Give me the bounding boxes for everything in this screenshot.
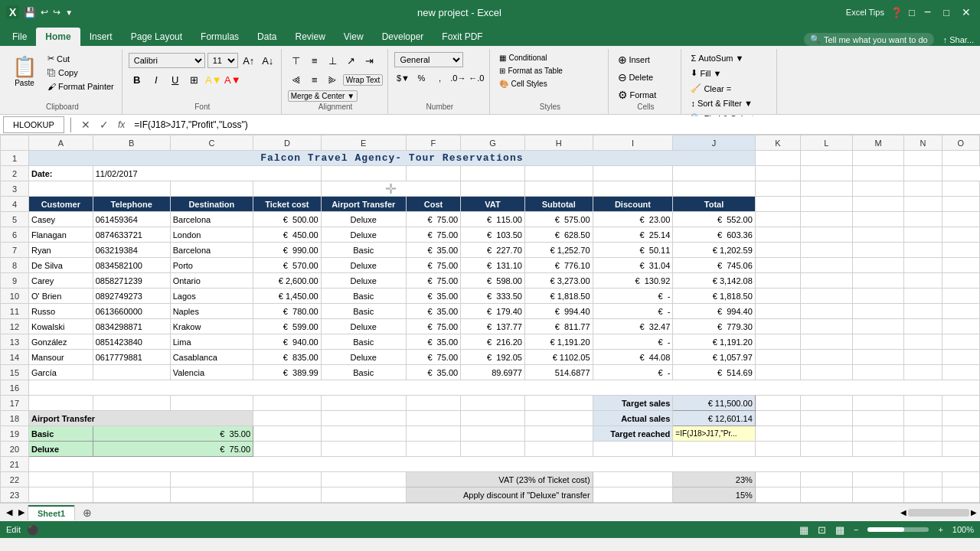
align-middle-btn[interactable]: ≡ bbox=[306, 52, 323, 69]
tell-me-search[interactable]: 🔍 Tell me what you want to do bbox=[804, 33, 934, 46]
format-cells-btn[interactable]: ⚙ Format bbox=[615, 87, 659, 103]
zoom-slider[interactable] bbox=[867, 527, 929, 532]
minimize-btn[interactable]: − bbox=[921, 5, 934, 19]
underline-btn[interactable]: U bbox=[167, 71, 184, 88]
redo-icon[interactable]: ↪ bbox=[53, 7, 60, 18]
increase-font-btn[interactable]: A↑ bbox=[240, 52, 257, 69]
conditional-formatting-btn[interactable]: ▦ Conditional bbox=[496, 52, 550, 64]
share-btn[interactable]: ↑ Shar... bbox=[943, 35, 974, 44]
date-value[interactable]: 11/02/2017 bbox=[93, 166, 321, 181]
col-header-f[interactable]: F bbox=[406, 135, 460, 151]
cancel-formula-btn[interactable]: ✕ bbox=[78, 119, 93, 131]
fill-btn[interactable]: ⬇ Fill ▼ bbox=[688, 67, 724, 80]
align-right-btn[interactable]: ⫸ bbox=[325, 71, 341, 88]
help-icon[interactable]: ❓ bbox=[890, 7, 903, 18]
close-btn[interactable]: ✕ bbox=[959, 6, 974, 18]
target-sales-value[interactable]: € 11,500.00 bbox=[673, 396, 755, 411]
page-break-view-btn[interactable]: ▩ bbox=[835, 524, 844, 536]
indent-btn[interactable]: ⇥ bbox=[361, 52, 378, 69]
quick-save-icon[interactable]: 💾 bbox=[24, 7, 36, 18]
copy-button[interactable]: ⿻ Copy bbox=[44, 67, 117, 79]
font-size-select[interactable]: 11 bbox=[207, 53, 238, 68]
align-center-btn[interactable]: ≡ bbox=[306, 71, 323, 88]
actual-sales-value[interactable]: € 12,601.14 bbox=[673, 411, 755, 426]
comma-btn[interactable]: , bbox=[431, 70, 448, 86]
merge-chevron-icon[interactable]: ▼ bbox=[347, 92, 354, 100]
cut-button[interactable]: ✂ Cut bbox=[44, 52, 117, 65]
cell-styles-btn[interactable]: 🎨 Cell Styles bbox=[496, 78, 550, 90]
orientation-btn[interactable]: ↗ bbox=[343, 52, 360, 69]
decrease-font-btn[interactable]: A↓ bbox=[260, 52, 276, 69]
format-as-table-btn[interactable]: ⊞ Format as Table bbox=[496, 65, 566, 77]
name-box[interactable] bbox=[3, 116, 64, 133]
col-header-b[interactable]: B bbox=[93, 135, 170, 151]
tab-data[interactable]: Data bbox=[248, 28, 286, 46]
spreadsheet-title[interactable]: Falcon Travel Agency- Tour Reservations bbox=[28, 151, 755, 166]
col-header-k[interactable]: K bbox=[755, 135, 800, 151]
spreadsheet-scroll[interactable]: A B C D E F G H I J K L M N O 1 Falcon T… bbox=[0, 135, 980, 503]
next-sheet-btn[interactable]: ▶ bbox=[15, 507, 28, 517]
sort-filter-btn[interactable]: ↕ Sort & Filter ▼ bbox=[688, 97, 756, 109]
font-family-select[interactable]: Calibri bbox=[129, 53, 205, 68]
deluxe-cost[interactable]: € 75.00 bbox=[93, 442, 253, 457]
tab-review[interactable]: Review bbox=[286, 28, 334, 46]
tab-home[interactable]: Home bbox=[36, 28, 80, 46]
col-header-o[interactable]: O bbox=[942, 135, 979, 151]
paste-button[interactable]: 📋 Paste bbox=[8, 52, 41, 90]
target-reached-formula[interactable]: =IF(J18>J17,"Pr... bbox=[673, 426, 755, 442]
italic-btn[interactable]: I bbox=[148, 71, 165, 88]
format-painter-button[interactable]: 🖌 Format Painter bbox=[44, 80, 117, 93]
page-layout-view-btn[interactable]: ⊡ bbox=[818, 524, 826, 536]
bold-btn[interactable]: B bbox=[129, 71, 145, 88]
wrap-text-btn[interactable]: Wrap Text bbox=[343, 74, 384, 86]
col-header-a[interactable]: A bbox=[28, 135, 93, 151]
number-format-select[interactable]: General bbox=[394, 52, 463, 67]
zoom-in-btn[interactable]: + bbox=[938, 525, 942, 534]
tab-file[interactable]: File bbox=[3, 28, 36, 46]
prev-sheet-btn[interactable]: ◀ bbox=[3, 507, 15, 517]
confirm-formula-btn[interactable]: ✓ bbox=[96, 119, 112, 131]
col-header-l[interactable]: L bbox=[800, 135, 852, 151]
tab-insert[interactable]: Insert bbox=[80, 28, 122, 46]
align-bottom-btn[interactable]: ⊥ bbox=[325, 52, 341, 69]
col-header-d[interactable]: D bbox=[253, 135, 322, 151]
decrease-decimal-btn[interactable]: ←.0 bbox=[468, 70, 485, 86]
add-sheet-btn[interactable]: ⊕ bbox=[78, 505, 96, 520]
col-header-c[interactable]: C bbox=[170, 135, 253, 151]
tab-formulas[interactable]: Formulas bbox=[191, 28, 248, 46]
tab-developer[interactable]: Developer bbox=[373, 28, 433, 46]
undo-icon[interactable]: ↩ bbox=[41, 7, 48, 18]
tab-foxit[interactable]: Foxit PDF bbox=[433, 28, 492, 46]
fill-color-btn[interactable]: A▼ bbox=[205, 71, 222, 88]
merge-center-btn[interactable]: Merge & Center ▼ bbox=[288, 90, 358, 102]
autosum-btn[interactable]: Σ AutoSum ▼ bbox=[688, 52, 746, 64]
currency-btn[interactable]: $▼ bbox=[394, 70, 411, 86]
align-left-btn[interactable]: ⫷ bbox=[288, 71, 305, 88]
col-header-e[interactable]: E bbox=[321, 135, 406, 151]
increase-decimal-btn[interactable]: .0→ bbox=[449, 70, 466, 86]
col-header-m[interactable]: M bbox=[852, 135, 904, 151]
col-header-i[interactable]: I bbox=[593, 135, 673, 151]
tab-page-layout[interactable]: Page Layout bbox=[122, 28, 191, 46]
basic-cost[interactable]: € 35.00 bbox=[93, 426, 253, 442]
sheet-tab-1[interactable]: Sheet1 bbox=[28, 505, 75, 520]
normal-view-btn[interactable]: ▦ bbox=[799, 524, 808, 536]
border-btn[interactable]: ⊞ bbox=[186, 71, 203, 88]
tab-view[interactable]: View bbox=[335, 28, 373, 46]
formula-input[interactable] bbox=[131, 116, 977, 133]
clear-btn[interactable]: 🧹 Clear = bbox=[688, 82, 734, 95]
col-header-g[interactable]: G bbox=[461, 135, 525, 151]
col-header-n[interactable]: N bbox=[904, 135, 942, 151]
customize-icon[interactable]: ▼ bbox=[65, 8, 73, 17]
insert-function-btn[interactable]: fx bbox=[115, 119, 128, 130]
col-header-h[interactable]: H bbox=[524, 135, 593, 151]
col-header-j[interactable]: J bbox=[673, 135, 755, 151]
percent-btn[interactable]: % bbox=[413, 70, 430, 86]
align-top-btn[interactable]: ⊤ bbox=[288, 52, 305, 69]
ribbon-display-icon[interactable]: □ bbox=[909, 7, 915, 18]
maximize-btn[interactable]: □ bbox=[940, 7, 952, 18]
zoom-out-btn[interactable]: − bbox=[854, 525, 858, 534]
horizontal-scrollbar[interactable]: ◀ ▶ bbox=[900, 508, 977, 517]
insert-cells-btn[interactable]: ⊕ Insert bbox=[615, 52, 653, 67]
font-color-btn[interactable]: A▼ bbox=[224, 71, 241, 88]
